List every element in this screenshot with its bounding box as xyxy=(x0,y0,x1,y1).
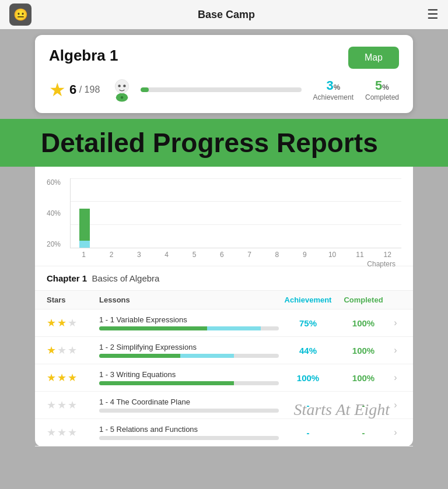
progress-green xyxy=(99,354,180,358)
achievement-stat: 3% Achievement xyxy=(313,78,354,101)
x-label-6: 6 xyxy=(214,251,230,259)
y-label-40: 40% xyxy=(47,209,61,217)
star-icon: ★ xyxy=(49,79,66,101)
progress-cyan xyxy=(180,354,234,358)
x-label-9: 9 xyxy=(297,251,313,259)
svg-point-5 xyxy=(121,96,123,98)
progress-banner: Detailed Progress Reports xyxy=(0,119,448,167)
chevron-right-icon: › xyxy=(390,345,401,356)
svg-point-3 xyxy=(123,85,125,87)
bar-3 xyxy=(132,178,148,248)
chart-y-labels: 60% 40% 20% xyxy=(47,178,61,248)
star-filled: ★ xyxy=(47,316,56,329)
lesson-name: 1 - 3 Writing Equations xyxy=(99,370,279,379)
chart-area xyxy=(70,178,401,248)
chevron-right-icon: › xyxy=(390,318,401,328)
y-label-20: 20% xyxy=(47,240,61,248)
star-empty: ★ xyxy=(57,426,66,439)
lessons-table: ★★★ 1 - 1 Variable Expressions 75% 100% … xyxy=(35,309,413,446)
lesson-progress-bar xyxy=(99,436,279,440)
lesson-row-1-4[interactable]: ★★★ 1 - 4 The Coordinate Plane - - › xyxy=(35,392,413,419)
lesson-achievement-value: 75% xyxy=(279,318,337,328)
score-total: / 198 xyxy=(76,85,100,95)
menu-icon[interactable]: ☰ xyxy=(427,7,439,22)
star-empty: ★ xyxy=(68,344,77,357)
completed-value: 5% xyxy=(365,78,399,93)
lesson-progress-bar xyxy=(99,381,279,385)
table-header: Stars Lessons Achievement Completed xyxy=(35,290,413,309)
bar-1 xyxy=(76,178,92,248)
x-label-11: 11 xyxy=(352,251,368,259)
x-label-2: 2 xyxy=(103,251,119,259)
x-label-5: 5 xyxy=(186,251,202,259)
algebra-card: Algebra 1 Map ★ 6 / 198 3% Achievement xyxy=(35,35,413,113)
lesson-stars: ★★★ xyxy=(47,344,99,357)
progress-green xyxy=(99,381,234,385)
x-label-7: 7 xyxy=(242,251,257,259)
star-empty: ★ xyxy=(68,316,77,329)
bar-8 xyxy=(270,178,285,248)
lesson-completed-value: - xyxy=(337,400,390,410)
bar-4 xyxy=(159,178,175,248)
completed-label: Completed xyxy=(365,93,399,101)
star-filled: ★ xyxy=(57,316,66,329)
star-empty: ★ xyxy=(57,399,66,411)
bar-11 xyxy=(352,178,368,248)
lesson-completed-value: - xyxy=(337,428,390,438)
bar-2 xyxy=(104,178,120,248)
col-header-achievement: Achievement xyxy=(279,295,337,304)
star-filled: ★ xyxy=(47,344,56,357)
chevron-right-icon: › xyxy=(390,427,401,438)
x-label-1: 1 xyxy=(76,251,92,259)
lesson-completed-value: 100% xyxy=(337,318,390,328)
bar-9 xyxy=(297,178,313,248)
x-label-12: 12 xyxy=(380,251,396,259)
lesson-progress-bar xyxy=(99,326,279,330)
bar-12 xyxy=(380,178,396,248)
banner-text: Detailed Progress Reports xyxy=(41,129,407,156)
lesson-info: 1 - 2 Simplifying Expressions xyxy=(99,343,279,358)
lesson-name: 1 - 2 Simplifying Expressions xyxy=(99,343,279,351)
lesson-stars: ★★★ xyxy=(47,399,99,411)
lesson-progress-bar xyxy=(99,354,279,358)
star-filled: ★ xyxy=(57,371,66,384)
lesson-stars: ★★★ xyxy=(47,316,99,329)
x-label-3: 3 xyxy=(131,251,147,259)
card-bottom: ★ 6 / 198 3% Achievement 5% xyxy=(49,77,399,103)
bar-10 xyxy=(324,178,340,248)
chart-x-labels: 1 2 3 4 5 6 7 8 9 10 11 12 xyxy=(70,248,401,259)
bar-7 xyxy=(242,178,258,248)
star-empty: ★ xyxy=(68,399,77,411)
progress-chart: 60% 40% 20% xyxy=(35,173,413,266)
lesson-row-1-3[interactable]: ★★★ 1 - 3 Writing Equations 100% 100% › xyxy=(35,364,413,392)
col-header-stars: Stars xyxy=(47,295,99,304)
card-top: Algebra 1 Map xyxy=(49,47,399,69)
svg-point-2 xyxy=(118,85,121,87)
progress-bar-fill xyxy=(141,87,149,92)
col-header-completed: Completed xyxy=(337,295,390,304)
lesson-row-1-2[interactable]: ★★★ 1 - 2 Simplifying Expressions 44% 10… xyxy=(35,337,413,364)
lesson-info: 1 - 1 Variable Expressions xyxy=(99,315,279,330)
col-header-lessons: Lessons xyxy=(99,295,279,304)
header: 😐 Base Camp ☰ xyxy=(0,0,448,29)
main-content: 60% 40% 20% xyxy=(35,167,413,446)
robot-icon[interactable]: 😐 xyxy=(9,3,32,26)
bars-container xyxy=(71,178,401,248)
lesson-achievement-value: 100% xyxy=(279,373,337,383)
lesson-stars: ★★★ xyxy=(47,426,99,439)
lesson-info: 1 - 4 The Coordinate Plane xyxy=(99,397,279,413)
lesson-achievement-value: 44% xyxy=(279,346,337,356)
lesson-achievement-value: - xyxy=(279,428,337,438)
completed-stat: 5% Completed xyxy=(365,78,399,101)
star-filled: ★ xyxy=(68,371,77,384)
lesson-name: 1 - 4 The Coordinate Plane xyxy=(99,397,279,406)
map-button[interactable]: Map xyxy=(348,47,399,69)
star-empty: ★ xyxy=(47,426,56,439)
card-title: Algebra 1 xyxy=(49,47,118,65)
star-empty: ★ xyxy=(68,426,77,439)
lesson-row-1-1[interactable]: ★★★ 1 - 1 Variable Expressions 75% 100% … xyxy=(35,309,413,337)
achievement-label: Achievement xyxy=(313,93,354,101)
lesson-row-1-5[interactable]: ★★★ 1 - 5 Relations and Functions - - › xyxy=(35,419,413,446)
y-label-60: 60% xyxy=(47,178,61,187)
lesson-info: 1 - 3 Writing Equations xyxy=(99,370,279,385)
